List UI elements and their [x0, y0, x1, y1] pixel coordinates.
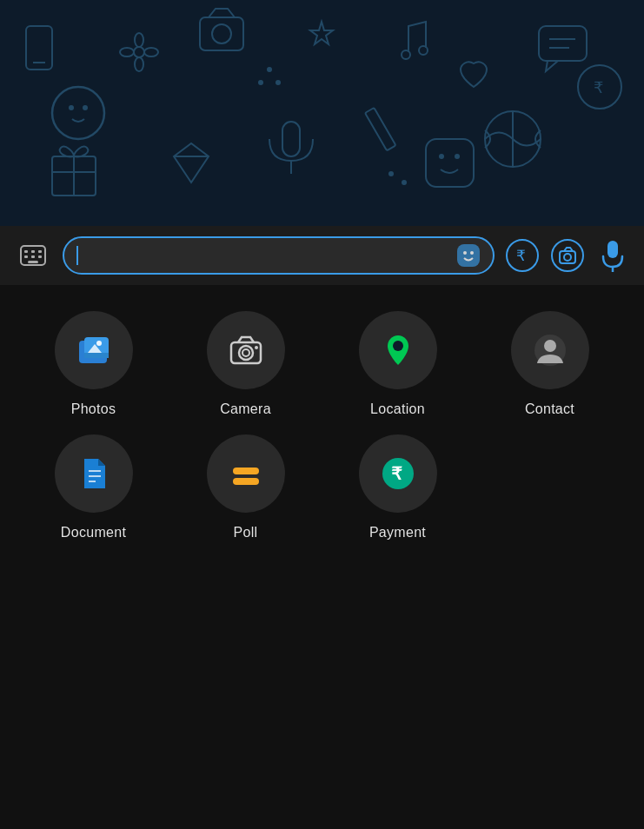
svg-rect-71: [233, 468, 259, 474]
location-item[interactable]: Location: [322, 311, 474, 417]
svg-point-7: [419, 46, 428, 55]
rupee-payment-button[interactable]: ₹: [505, 238, 540, 273]
svg-rect-44: [38, 255, 42, 258]
poll-item[interactable]: Poll: [169, 434, 322, 541]
document-label: Document: [61, 525, 126, 541]
svg-rect-42: [24, 255, 28, 258]
svg-point-0: [52, 87, 104, 139]
svg-rect-72: [233, 478, 259, 485]
svg-rect-46: [457, 244, 480, 267]
photos-label: Photos: [71, 401, 116, 417]
contact-label: Contact: [525, 401, 574, 417]
keyboard-button[interactable]: [14, 236, 52, 275]
poll-label: Poll: [234, 525, 258, 541]
svg-point-37: [455, 154, 460, 159]
svg-point-62: [239, 346, 253, 360]
svg-point-16: [120, 48, 134, 56]
svg-point-27: [267, 67, 272, 72]
svg-text:₹: ₹: [516, 248, 526, 264]
svg-rect-18: [282, 122, 300, 156]
payment-item[interactable]: ₹ Payment: [322, 434, 474, 541]
svg-text:₹: ₹: [594, 79, 603, 96]
svg-point-67: [544, 340, 556, 352]
svg-point-2: [83, 105, 88, 110]
svg-rect-8: [539, 26, 587, 61]
search-input[interactable]: [63, 236, 495, 275]
camera-item[interactable]: Camera: [169, 311, 322, 417]
svg-point-28: [276, 80, 281, 85]
svg-point-13: [134, 47, 144, 57]
sticker-icon: [456, 243, 481, 268]
contact-icon-circle: [511, 311, 589, 389]
grid-row-2: Document Poll ₹ Payment: [17, 434, 627, 541]
svg-rect-3: [200, 17, 243, 50]
svg-point-64: [255, 346, 258, 349]
poll-icon-circle: [207, 434, 285, 513]
svg-point-65: [393, 341, 403, 351]
svg-marker-5: [310, 22, 333, 44]
svg-point-36: [439, 154, 444, 159]
header-background: ₹: [0, 0, 644, 226]
document-item[interactable]: Document: [17, 434, 169, 541]
svg-point-6: [402, 50, 410, 59]
svg-point-30: [388, 171, 394, 176]
svg-point-15: [135, 57, 143, 71]
photos-icon-circle: [55, 311, 133, 389]
svg-point-51: [552, 240, 583, 271]
svg-point-63: [242, 349, 249, 356]
location-icon-circle: [359, 311, 437, 389]
camera-icon-circle: [207, 311, 285, 389]
svg-marker-25: [174, 143, 209, 182]
svg-point-31: [402, 180, 407, 185]
svg-rect-35: [426, 139, 474, 187]
camera-toolbar-button[interactable]: [550, 238, 585, 273]
svg-rect-41: [38, 250, 42, 253]
svg-rect-54: [607, 241, 618, 258]
payment-label: Payment: [369, 525, 426, 541]
attachment-grid: Photos Camera L: [0, 285, 644, 829]
svg-point-17: [144, 48, 158, 56]
svg-point-59: [96, 341, 102, 346]
contact-item[interactable]: Contact: [474, 311, 626, 417]
mic-button[interactable]: [595, 238, 630, 273]
svg-rect-60: [84, 353, 109, 358]
svg-point-29: [258, 80, 263, 85]
grid-row-1: Photos Camera L: [17, 311, 627, 417]
svg-point-1: [69, 105, 74, 110]
svg-rect-45: [28, 261, 38, 263]
svg-point-53: [564, 254, 571, 261]
camera-label: Camera: [220, 401, 271, 417]
svg-point-48: [470, 251, 474, 255]
svg-rect-39: [24, 250, 28, 253]
payment-icon-circle: ₹: [359, 434, 437, 513]
svg-rect-24: [365, 108, 395, 150]
search-bar-area: ₹: [0, 226, 644, 285]
text-cursor: [76, 246, 78, 265]
location-label: Location: [370, 401, 425, 417]
svg-point-14: [135, 33, 143, 47]
photos-item[interactable]: Photos: [17, 311, 169, 417]
svg-rect-43: [31, 255, 35, 258]
svg-text:₹: ₹: [391, 464, 402, 483]
svg-point-47: [463, 251, 467, 255]
svg-rect-40: [31, 250, 35, 253]
doodle-art: ₹: [0, 0, 644, 226]
document-icon-circle: [55, 434, 133, 513]
svg-point-4: [212, 24, 231, 43]
